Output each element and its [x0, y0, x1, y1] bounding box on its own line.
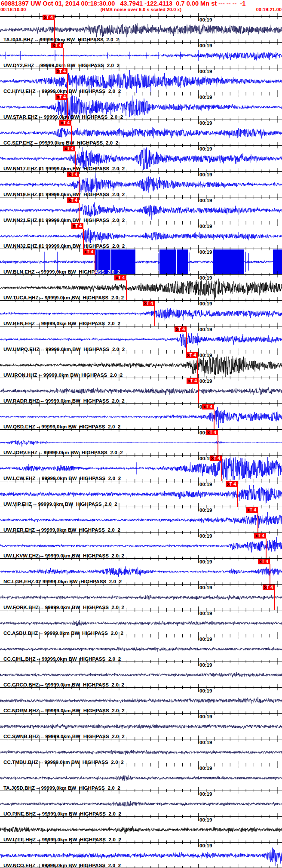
trace-label: UW.STAR.EHZ -- 99999.0km BW HIGHPASS 2.0…: [3, 114, 123, 120]
trace-label: UW.NN21.EHZ.01 99999.0km BW HIGHPASS 2.0…: [3, 218, 125, 223]
trace-panel-UW.NN17.EHZ.01: 00:19UW.NN17.EHZ.01 99999.0km BW HIGHPAS…: [0, 145, 282, 171]
pick-flag-CC.SEP.EHZ[interactable]: xT 4: [59, 120, 71, 126]
trace-panel-UW.UMPQ.EHZ: 00:19UW.UMPQ.EHZ -- 99999.0km BW HIGHPAS…: [0, 326, 282, 352]
minute-label: 00:19: [199, 17, 212, 22]
pick-line-UW.DY2.EHZ: [63, 48, 64, 68]
minute-label: 00:19: [199, 637, 212, 642]
trace-panel-UW.QSD.EHZ: 00:19UW.QSD.EHZ -- 99999.0km BW HIGHPASS…: [0, 403, 282, 429]
minute-label: 00:19: [199, 327, 212, 332]
pick-line-UW.NN17.EHZ.01: [75, 151, 76, 171]
minute-label: 00:19: [199, 791, 212, 797]
minute-label: 00:19: [199, 508, 212, 513]
trace-label: UW.UMPQ.EHZ -- 99999.0km BW HIGHPASS 2.0…: [3, 347, 125, 352]
minute-label: 00:19: [199, 198, 212, 203]
pick-flag-UW.IRON.HHZ[interactable]: xT 4: [186, 352, 198, 358]
pick-line-UW.IRON.HHZ: [197, 358, 198, 378]
trace-panel-UW.JORV.EHZ: 00:19UW.JORV.EHZ -- 99999.0km BW HIGHPAS…: [0, 429, 282, 455]
trace-panel-CC.SEP.EHZ: 00:19CC.SEP.EHZ -- 99999.0km BW HIGHPASS…: [0, 120, 282, 145]
trace-label: TA.I04A.BHZ -- 99999.0km BW HIGHPASS 2.0…: [3, 37, 119, 42]
trace-panel-UW.RADR.BHZ: 00:19UW.RADR.BHZ -- 99999.0km BW HIGHPAS…: [0, 378, 282, 403]
trace-label: CC.CIHL.BHZ -- 99999.0km BW HIGHPASS 2.0…: [3, 656, 121, 662]
pick-line-CC.HIYU.EHZ: [67, 74, 68, 94]
trace-label: UW.TUCA.HHZ -- 99999.0km BW HIGHPASS 2.0…: [3, 295, 124, 300]
trace-label: CC.TMBU.BHZ -- 99999.0km BW HIGHPASS 2.0…: [3, 760, 124, 765]
trace-label: UW.NN19.EHZ.01 99999.0km BW HIGHPASS 2.0…: [3, 192, 125, 197]
trace-panel-CC.GRCO.BHZ: 00:19CC.GRCO.BHZ -- 99999.0km BW HIGHPAS…: [0, 662, 282, 687]
pick-line-UW.BEN.EHZ: [154, 306, 155, 326]
pick-flag-UW.RADR.BHZ[interactable]: xT 4: [187, 378, 199, 384]
trace-label: UW.JORV.EHZ -- 99999.0km BW HIGHPASS 2.0…: [3, 450, 123, 455]
pick-flag-UW.VIP.EHZ[interactable]: xT 4: [226, 481, 238, 487]
pick-flag-TA.I04A.BHZ[interactable]: xT 4: [43, 15, 55, 20]
minute-label: 00:19: [199, 766, 212, 771]
pick-flag-UW.UMPQ.EHZ[interactable]: xT 4: [175, 326, 187, 332]
pick-flag-UW.LCW.EHZ[interactable]: xT 4: [210, 456, 222, 461]
trace-label: CC.NORM.BHZ -- 99999.0km BW HIGHPASS 2.0…: [3, 708, 125, 713]
pick-line-UW.NN19.EHZ.01: [79, 177, 80, 197]
trace-label: CC.HIYU.EHZ -- 99999.0km BW HIGHPASS 2.0…: [3, 89, 121, 94]
pick-line-UW.JORV.EHZ: [218, 435, 218, 455]
minute-label: 00:19: [199, 43, 212, 48]
minute-label: 00:19: [199, 146, 212, 151]
trace-label: UW.LCW.EHZ -- 99999.0km BW HIGHPASS 2.0 …: [3, 476, 121, 481]
trace-panel-UW.LCW.EHZ: 00:19UW.LCW.EHZ -- 99999.0km BW HIGHPASS…: [0, 455, 282, 481]
pick-flag-CC.HIYU.EHZ[interactable]: xT 4: [55, 68, 67, 74]
trace-label: UW.BEN.EHZ -- 99999.0km BW HIGHPASS 2.0 …: [3, 321, 120, 326]
trace-label: UW.IRON.HHZ -- 99999.0km BW HIGHPASS 2.0…: [3, 372, 123, 378]
trace-label: UW.LKVW.EHZ -- 99999.0km BW HIGHPASS 2.0…: [3, 553, 124, 558]
pick-line-CC.SEP.EHZ: [71, 126, 72, 145]
pick-line-NC.LGB.EHZ.02: [270, 564, 270, 584]
time-ruler-header: 00:18:10.00 (RMS noise over 6.0 s scaled…: [0, 7, 282, 12]
minute-label: 00:19: [199, 224, 212, 229]
pick-flag-UW.FORK.BHZ[interactable]: xT 4: [263, 585, 275, 590]
minute-label: 00:19: [199, 301, 212, 306]
trace-panel-CC.CIHL.BHZ: 00:19CC.CIHL.BHZ -- 99999.0km BW HIGHPAS…: [0, 636, 282, 662]
pick-flag-UW.NN21.EHZ.01[interactable]: xT 4: [67, 197, 79, 203]
trace-panel-UW.RER.EHZ: 00:19UW.RER.EHZ -- 99999.0km BW HIGHPASS…: [0, 507, 282, 532]
pick-flag-UW.QSD.EHZ[interactable]: xT 4: [202, 404, 214, 409]
pick-flag-UW.DY2.EHZ[interactable]: xT 4: [51, 43, 63, 48]
pick-flag-UW.BEN.EHZ[interactable]: xT 4: [143, 301, 155, 306]
pick-flag-UW.NN32.EHZ.01[interactable]: xT 4: [71, 223, 83, 229]
minute-label: 00:19: [199, 559, 212, 564]
trace-panel-CC.TMBU.BHZ: 00:19CC.TMBU.BHZ -- 99999.0km BW HIGHPAS…: [0, 739, 282, 765]
pick-flag-NC.LGB.EHZ.02[interactable]: xT 4: [258, 559, 270, 564]
trace-label: NC.LGB.EHZ.02 99999.0km BW HIGHPASS 2.0 …: [3, 579, 122, 584]
trace-label: CC.ASBU.BHZ -- 99999.0km BW HIGHPASS 2.0…: [3, 631, 123, 636]
trace-panel-UW.VIP.EHZ: 00:19UW.VIP.EHZ -- 99999.0km BW HIGHPASS…: [0, 481, 282, 507]
pick-flag-UW.STAR.EHZ[interactable]: xT 4: [55, 94, 67, 100]
pick-line-UW.UMPQ.EHZ: [186, 332, 187, 352]
minute-label: 00:19: [199, 585, 212, 590]
trace-label: UW.NN17.EHZ.01 99999.0km BW HIGHPASS 2.0…: [3, 166, 125, 171]
trace-panel-UW.BLN.EHZ: 00:19UW.BLN.EHZ -- 99999.0km BW HIGHPASS…: [0, 249, 282, 274]
minute-label: 00:19: [199, 95, 212, 100]
trace-panel-UW.NN21.EHZ.01: 00:19UW.NN21.EHZ.01 99999.0km BW HIGHPAS…: [0, 197, 282, 223]
trace-panel-UW.LKVW.EHZ: 00:19UW.LKVW.EHZ -- 99999.0km BW HIGHPAS…: [0, 532, 282, 558]
pick-line-UW.NN21.EHZ.01: [79, 203, 80, 223]
pick-line-UW.STAR.EHZ: [67, 100, 68, 120]
trace-label: UW.DY2.EHZ -- 99999.0km BW HIGHPASS 2.0 …: [3, 63, 120, 68]
trace-panel-UW.NN19.EHZ.01: 00:19UW.NN19.EHZ.01 99999.0km BW HIGHPAS…: [0, 171, 282, 197]
trace-label: UO.PINE.BHZ -- 99999.0km BW HIGHPASS 2.0…: [3, 811, 121, 816]
pick-flag-UW.NN19.EHZ.01[interactable]: xT 4: [67, 172, 79, 177]
trace-panel-UW.BEN.EHZ: 00:19UW.BEN.EHZ -- 99999.0km BW HIGHPASS…: [0, 300, 282, 326]
pick-flag-UW.NN17.EHZ.01[interactable]: xT 4: [63, 146, 75, 151]
minute-label: 00:19: [199, 69, 212, 74]
trace-label: UW.RADR.BHZ -- 99999.0km BW HIGHPASS 2.0…: [3, 398, 125, 403]
pick-flag-UW.BLN.EHZ[interactable]: xT 4: [83, 249, 95, 255]
pick-flag-UW.TUCA.HHZ[interactable]: xT 4: [114, 275, 126, 280]
trace-label: UW.QSD.EHZ -- 99999.0km BW HIGHPASS 2.0 …: [3, 424, 121, 429]
trace-label: UW.VIP.EHZ -- 99999.0km BW HIGHPASS 2.0 …: [3, 502, 117, 507]
trace-label: CC.GRCO.BHZ -- 99999.0km BW HIGHPASS 2.0…: [3, 682, 124, 687]
minute-label: 00:19: [199, 482, 212, 487]
trace-panel-CC.SWNB.BHZ: 00:19CC.SWNB.BHZ -- 99999.0km BW HIGHPAS…: [0, 713, 282, 739]
pick-line-TA.I04A.BHZ: [54, 20, 55, 42]
minute-label: 00:19: [199, 249, 212, 255]
pick-flag-UW.RER.EHZ[interactable]: xT 4: [246, 507, 258, 513]
minute-label: 00:19: [199, 843, 212, 848]
trace-panel-UW.IZEE.HHZ: 00:19UW.IZEE.HHZ -- 99999.0km BW HIGHPAS…: [0, 816, 282, 842]
minute-label: 00:19: [199, 172, 212, 177]
pick-flag-UW.JORV.EHZ[interactable]: xT 4: [206, 430, 218, 435]
minute-label: 00:19: [199, 662, 212, 668]
pick-flag-UW.LKVW.EHZ[interactable]: xT 4: [254, 533, 266, 539]
